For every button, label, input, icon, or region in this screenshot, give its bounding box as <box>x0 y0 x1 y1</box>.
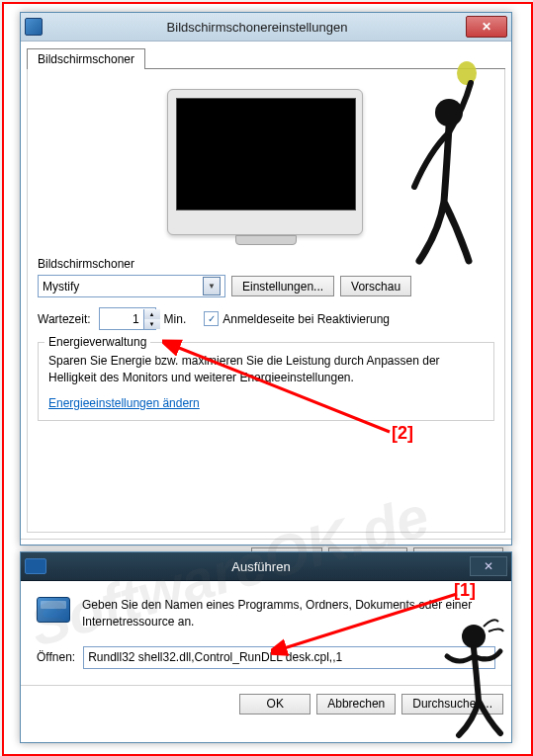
preview-button[interactable]: Vorschau <box>340 276 411 296</box>
energy-text: Sparen Sie Energie bzw. maximieren Sie d… <box>48 353 484 386</box>
wait-unit: Min. <box>164 312 187 326</box>
run-description: Geben Sie den Namen eines Programms, Ord… <box>82 597 495 630</box>
open-value: Rundll32 shell32.dll,Control_RunDLL desk… <box>88 650 342 664</box>
window-title: Bildschirmschonereinstellungen <box>48 20 466 35</box>
close-button[interactable]: ✕ <box>466 16 507 38</box>
titlebar[interactable]: Ausführen ✕ <box>21 552 511 581</box>
screensaver-dropdown[interactable]: Mystify ▼ <box>38 275 225 297</box>
titlebar[interactable]: Bildschirmschonereinstellungen ✕ <box>21 13 511 42</box>
close-button[interactable]: ✕ <box>470 556 507 576</box>
energy-settings-link[interactable]: Energieeinstellungen ändern <box>48 396 200 410</box>
logon-checkbox-label: Anmeldeseite bei Reaktivierung <box>222 312 390 326</box>
chevron-down-icon: ▼ <box>203 277 221 295</box>
ok-button[interactable]: OK <box>239 694 311 714</box>
screensaver-label: Bildschirmschoner <box>38 257 494 271</box>
tab-row: Bildschirmschoner <box>27 47 505 69</box>
browse-button[interactable]: Durchsuchen... <box>401 694 503 714</box>
window-icon <box>25 18 43 36</box>
spinner-down[interactable]: ▼ <box>144 319 160 329</box>
logon-checkbox[interactable]: ✓ <box>204 311 219 326</box>
tab-content: Bildschirmschoner Mystify ▼ Einstellunge… <box>27 69 505 533</box>
wait-spinner[interactable]: ▲ ▼ <box>99 307 156 330</box>
monitor-preview <box>167 89 365 237</box>
tab-screensaver[interactable]: Bildschirmschoner <box>27 48 145 69</box>
dialog-button-row: OK Abbrechen Durchsuchen... <box>21 685 511 722</box>
open-label: Öffnen: <box>37 650 75 664</box>
cancel-button[interactable]: Abbrechen <box>316 694 396 714</box>
wait-input[interactable] <box>100 312 143 326</box>
window-icon <box>25 558 46 574</box>
spinner-up[interactable]: ▲ <box>144 309 160 319</box>
run-icon <box>37 597 70 623</box>
wait-label: Wartezeit: <box>38 312 91 326</box>
energy-legend: Energieverwaltung <box>44 335 150 349</box>
dropdown-value: Mystify <box>43 280 79 294</box>
energy-fieldset: Energieverwaltung Sparen Sie Energie bzw… <box>38 342 494 421</box>
run-dialog-window: Ausführen ✕ Geben Sie den Namen eines Pr… <box>20 551 512 743</box>
open-combobox[interactable]: Rundll32 shell32.dll,Control_RunDLL desk… <box>83 646 495 669</box>
chevron-down-icon: ▾ <box>479 653 490 662</box>
settings-button[interactable]: Einstellungen... <box>231 276 334 296</box>
window-title: Ausführen <box>52 559 470 574</box>
screensaver-settings-window: Bildschirmschonereinstellungen ✕ Bildsch… <box>20 12 512 546</box>
